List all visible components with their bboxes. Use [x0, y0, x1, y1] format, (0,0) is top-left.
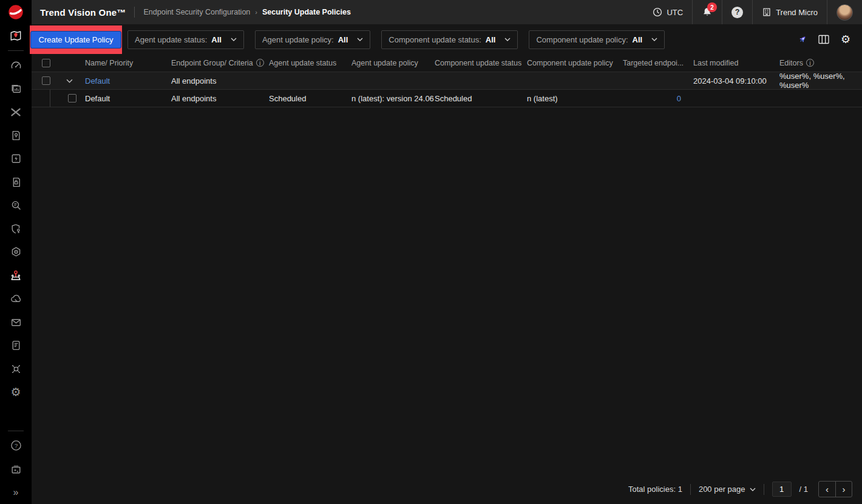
sidebar-item-automation[interactable]: [0, 147, 32, 171]
filter-component-update-status[interactable]: Component update status: All: [381, 30, 518, 49]
svg-text:?: ?: [14, 442, 18, 449]
indent-guide: [50, 90, 50, 107]
filter-value: All: [211, 35, 222, 44]
breadcrumb: Endpoint Security Configuration › Securi…: [143, 8, 350, 16]
sidebar-item-xdr[interactable]: [0, 101, 32, 124]
lightning-square-icon: [10, 152, 22, 165]
chevron-down-icon: [231, 38, 237, 41]
document-bulb-icon: [10, 129, 22, 142]
sidebar-item-dashboard[interactable]: [0, 54, 32, 78]
cloud-wrench-icon: [10, 292, 22, 305]
timezone-selector[interactable]: UTC: [643, 0, 692, 24]
user-avatar: [837, 4, 853, 21]
breadcrumb-section[interactable]: Endpoint Security Configuration: [143, 8, 250, 16]
sidebar-divider-bottom: [8, 431, 24, 431]
column-targeted-endpoints[interactable]: Targeted endpoi...: [623, 59, 693, 67]
columns-icon[interactable]: [818, 33, 830, 45]
sidebar-item-cloud-security[interactable]: [0, 287, 32, 311]
cell-last-modified: 2024-03-04 09:10:00: [693, 76, 779, 86]
annotation-highlight-box: Create Update Policy: [30, 25, 122, 54]
tenant-label: Trend Micro: [776, 8, 818, 17]
policy-name-link[interactable]: Default: [85, 76, 110, 86]
trend-micro-logo-icon[interactable]: [0, 0, 32, 24]
hexagon-gear-icon: [10, 246, 22, 258]
previous-page-button[interactable]: ‹: [819, 482, 835, 497]
tenant-selector[interactable]: Trend Micro: [752, 0, 827, 24]
joystick-icon: [9, 269, 22, 282]
sidebar-item-help[interactable]: ?: [0, 434, 32, 458]
cell-name: Default: [85, 94, 171, 103]
page-number-input[interactable]: [772, 482, 792, 497]
sidebar-item-policies[interactable]: [0, 170, 32, 194]
mail-icon: [10, 316, 22, 329]
sidebar-divider: [8, 50, 24, 51]
column-component-update-policy[interactable]: Component update policy: [527, 59, 623, 67]
filter-label: Component update policy:: [536, 35, 628, 44]
device-notes-icon: [10, 339, 22, 352]
sidebar-item-map[interactable]: [0, 24, 32, 48]
sparkle-box-icon: [10, 463, 22, 475]
cell-endpoint-group: All endpoints: [171, 76, 269, 86]
gear-icon[interactable]: ⚙: [840, 33, 852, 45]
search-lines-icon: [10, 199, 22, 212]
sidebar-collapse-toggle[interactable]: »: [0, 481, 32, 504]
chevron-down-icon: [357, 38, 363, 41]
filter-label: Component update status:: [389, 35, 481, 44]
column-name-priority[interactable]: Name/ Priority: [85, 59, 171, 67]
cell-agent-status: Scheduled: [269, 94, 351, 103]
create-update-policy-button[interactable]: Create Update Policy: [30, 31, 122, 49]
sidebar-item-whats-new[interactable]: [0, 457, 32, 481]
select-all-checkbox[interactable]: [42, 59, 50, 67]
rocket-icon[interactable]: [796, 33, 808, 45]
per-page-selector[interactable]: 200 per page: [699, 485, 756, 494]
cell-comp-status: Scheduled: [435, 94, 527, 103]
column-last-modified[interactable]: Last modified: [693, 59, 779, 67]
next-page-button[interactable]: ›: [835, 482, 852, 497]
chevron-down-icon: [504, 38, 511, 41]
chevron-down-icon: [750, 488, 756, 491]
sidebar-item-identity[interactable]: [0, 217, 32, 241]
double-chevron-right-icon: »: [13, 488, 19, 497]
info-icon[interactable]: i: [256, 59, 264, 67]
expand-chevron-icon[interactable]: [66, 79, 73, 83]
user-menu[interactable]: [827, 0, 862, 24]
notifications-button[interactable]: 2: [692, 0, 722, 24]
row-checkbox[interactable]: [42, 76, 50, 85]
targeted-endpoints-link[interactable]: 0: [677, 94, 681, 103]
sidebar-item-settings[interactable]: ⚙: [0, 381, 32, 405]
column-agent-update-status[interactable]: Agent update status: [269, 59, 351, 67]
help-button[interactable]: ?: [722, 0, 752, 24]
row-checkbox[interactable]: [68, 94, 76, 102]
report-chart-icon: [10, 82, 22, 95]
title-divider: [134, 7, 135, 18]
filter-component-update-policy[interactable]: Component update policy: All: [529, 30, 665, 49]
info-icon[interactable]: i: [806, 59, 814, 67]
sidebar-item-mobile[interactable]: [0, 334, 32, 358]
sidebar-item-reports[interactable]: [0, 77, 32, 101]
column-agent-update-policy[interactable]: Agent update policy: [351, 59, 435, 67]
app-title: Trend Vision One™: [32, 7, 134, 18]
timezone-label: UTC: [667, 8, 683, 17]
sidebar-item-network-analysis[interactable]: [0, 357, 32, 381]
column-component-update-status[interactable]: Component update status: [435, 59, 527, 67]
sidebar-item-security-config[interactable]: [0, 241, 32, 264]
main-content: Create Update Policy Agent update status…: [32, 24, 862, 504]
sidebar-item-search[interactable]: [0, 194, 32, 218]
header-right: UTC 2 ? Trend Micro: [643, 0, 862, 24]
sidebar-item-email[interactable]: [0, 311, 32, 334]
toolbar: Create Update Policy Agent update status…: [32, 24, 862, 55]
column-endpoint-group[interactable]: Endpoint Group/ Criteriai: [171, 59, 269, 67]
filter-agent-update-status[interactable]: Agent update status: All: [127, 30, 244, 49]
question-icon: ?: [731, 7, 743, 18]
clock-icon: [653, 7, 662, 17]
map-pin-icon: [9, 29, 22, 42]
sidebar-item-insights[interactable]: [0, 124, 32, 147]
column-editors[interactable]: Editorsi: [779, 59, 862, 67]
filter-value: All: [486, 35, 496, 44]
pagination: Total policies: 1 200 per page / 1 ‹ ›: [628, 481, 852, 497]
gear-icon: ⚙: [10, 386, 21, 398]
filter-agent-update-policy[interactable]: Agent update policy: All: [255, 30, 370, 49]
pagination-divider: [690, 484, 691, 495]
sidebar-item-endpoint-security-active[interactable]: [0, 264, 32, 287]
filter-label: Agent update policy:: [262, 35, 334, 44]
